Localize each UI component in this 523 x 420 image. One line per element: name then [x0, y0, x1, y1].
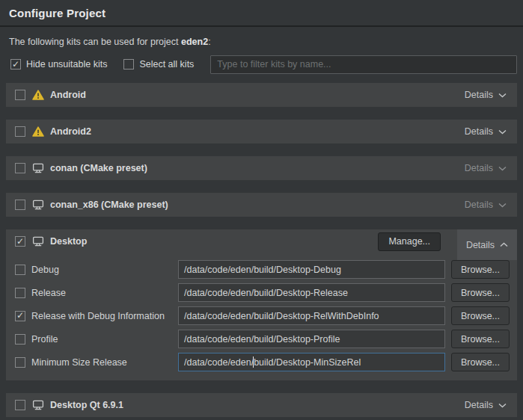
- kit-filter-input[interactable]: [210, 55, 517, 74]
- details-toggle[interactable]: Details: [463, 156, 508, 180]
- details-label: Details: [465, 90, 493, 100]
- kit-name: Android: [50, 90, 86, 100]
- details-toggle[interactable]: Details: [463, 120, 508, 143]
- input-wrap: [178, 306, 445, 325]
- kit-row: Android2 Details: [6, 120, 517, 143]
- kit-checkbox[interactable]: [15, 236, 25, 247]
- config-checkbox[interactable]: [15, 265, 25, 275]
- details-label: Details: [465, 400, 493, 410]
- desktop-icon: [32, 200, 44, 210]
- intro-text: The following kits can be used for proje…: [9, 37, 514, 47]
- filter-row: Hide unsuitable kits Select all kits: [10, 55, 517, 73]
- input-wrap: [178, 330, 445, 348]
- kit-row: Desktop Manage... Details Debug Browse..…: [6, 229, 517, 380]
- project-name: eden2: [181, 37, 208, 47]
- config-label: Profile: [31, 334, 58, 345]
- chevron-down-icon: [498, 93, 507, 98]
- config-checkbox[interactable]: [15, 334, 25, 345]
- build-dir-input[interactable]: [178, 283, 445, 302]
- details-label: Details: [465, 163, 493, 173]
- warning-icon: [32, 90, 44, 100]
- build-config-option[interactable]: Release with Debug Information: [15, 311, 178, 321]
- kit-header[interactable]: conan_x86 (CMake preset) Details: [6, 193, 517, 217]
- kit-checkbox[interactable]: [15, 90, 25, 100]
- build-config-option[interactable]: Release: [15, 288, 178, 298]
- desktop-icon: [32, 163, 44, 173]
- kit-configs: Debug Browse... Release Browse... Releas…: [6, 253, 517, 380]
- kit-row: Android Details: [6, 83, 517, 107]
- input-wrap: [178, 283, 445, 302]
- build-config-option[interactable]: Profile: [15, 334, 178, 345]
- browse-button[interactable]: Browse...: [451, 353, 510, 371]
- kit-row: conan_x86 (CMake preset) Details: [6, 193, 517, 217]
- config-checkbox[interactable]: [15, 357, 25, 368]
- kit-checkbox[interactable]: [15, 163, 25, 173]
- intro-prefix: The following kits can be used for proje…: [9, 37, 181, 47]
- config-label: Release: [31, 288, 66, 298]
- browse-button[interactable]: Browse...: [451, 306, 510, 325]
- kit-row: Desktop Qt 6.9.1 Details: [6, 393, 517, 417]
- chevron-down-icon: [498, 166, 507, 171]
- warning-icon: [32, 126, 44, 137]
- config-label: Debug: [31, 265, 59, 275]
- kit-name: conan (CMake preset): [50, 163, 147, 173]
- desktop-icon: [32, 236, 44, 247]
- chevron-down-icon: [498, 203, 507, 208]
- input-wrap: [178, 260, 445, 279]
- build-config-option[interactable]: Debug: [15, 265, 178, 275]
- config-checkbox[interactable]: [15, 311, 25, 321]
- kit-checkbox[interactable]: [15, 126, 25, 137]
- config-checkbox[interactable]: [15, 288, 25, 298]
- build-dir-input[interactable]: [178, 260, 445, 279]
- config-label: Release with Debug Information: [31, 311, 165, 321]
- select-all-kits-option[interactable]: Select all kits: [123, 59, 194, 70]
- kit-header[interactable]: Desktop Qt 6.9.1 Details: [6, 393, 517, 417]
- kit-name: conan_x86 (CMake preset): [50, 200, 168, 210]
- kit-name: Desktop: [50, 236, 87, 247]
- select-all-checkbox[interactable]: [123, 59, 134, 70]
- config-label: Minimum Size Release: [31, 357, 127, 368]
- page-header: Configure Project: [0, 0, 523, 27]
- details-toggle[interactable]: Details: [463, 83, 508, 107]
- kit-checkbox[interactable]: [15, 200, 25, 210]
- kit-header[interactable]: Android Details: [6, 83, 517, 107]
- kit-checkbox[interactable]: [15, 400, 25, 410]
- build-config-row: Release with Debug Information Browse...: [15, 306, 510, 325]
- build-config-row: Release Browse...: [15, 283, 510, 302]
- chevron-down-icon: [498, 403, 507, 408]
- intro-suffix: :: [208, 37, 210, 47]
- hide-unsuitable-checkbox[interactable]: [10, 59, 21, 70]
- kit-name: Desktop Qt 6.9.1: [50, 400, 123, 410]
- page-title: Configure Project: [9, 7, 514, 19]
- kit-row: conan (CMake preset) Details: [6, 156, 517, 180]
- details-label: Details: [465, 126, 493, 137]
- build-config-row: Debug Browse...: [15, 260, 510, 279]
- browse-button[interactable]: Browse...: [451, 283, 510, 302]
- build-dir-input[interactable]: [178, 330, 445, 348]
- details-toggle[interactable]: Details: [463, 393, 508, 417]
- chevron-down-icon: [498, 129, 507, 135]
- kit-list: Android Details: [6, 83, 517, 417]
- text-cursor: [253, 356, 254, 368]
- build-dir-input[interactable]: [178, 306, 445, 325]
- details-label: Details: [466, 240, 495, 250]
- build-config-row: Minimum Size Release Browse...: [15, 353, 510, 371]
- desktop-icon: [32, 400, 44, 410]
- browse-button[interactable]: Browse...: [451, 260, 510, 279]
- build-config-row: Profile Browse...: [15, 330, 510, 348]
- details-toggle[interactable]: Details: [457, 229, 517, 260]
- kit-header[interactable]: conan (CMake preset) Details: [6, 156, 517, 180]
- build-dir-input[interactable]: [178, 353, 445, 371]
- select-all-label: Select all kits: [139, 59, 194, 70]
- details-label: Details: [465, 200, 493, 210]
- build-config-option[interactable]: Minimum Size Release: [15, 357, 178, 368]
- kit-name: Android2: [50, 126, 91, 137]
- kit-header[interactable]: Desktop Manage... Details: [6, 229, 517, 253]
- browse-button[interactable]: Browse...: [451, 330, 510, 348]
- hide-unsuitable-label: Hide unsuitable kits: [26, 59, 107, 70]
- chevron-up-icon: [500, 242, 508, 247]
- kit-header[interactable]: Android2 Details: [6, 120, 517, 143]
- details-toggle[interactable]: Details: [463, 193, 508, 217]
- manage-button[interactable]: Manage...: [378, 232, 441, 251]
- hide-unsuitable-kits-option[interactable]: Hide unsuitable kits: [10, 59, 107, 70]
